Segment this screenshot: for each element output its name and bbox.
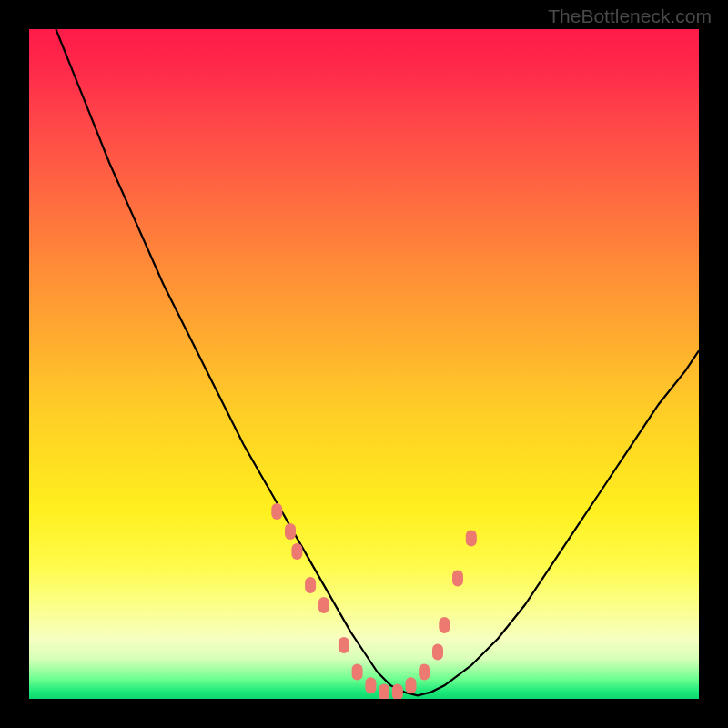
chart-svg — [29, 29, 699, 699]
marker-point — [439, 617, 450, 633]
marker-point — [318, 597, 329, 613]
marker-point — [291, 543, 302, 560]
marker-point — [339, 637, 349, 653]
marker-point — [466, 530, 477, 546]
chart-background — [29, 29, 699, 699]
bottleneck-curve-line — [56, 29, 699, 695]
attribution-label: TheBottleneck.com — [548, 5, 712, 27]
marker-point — [452, 571, 463, 587]
marker-point — [379, 684, 389, 699]
marker-point — [352, 664, 363, 681]
marker-point — [305, 577, 316, 593]
marker-point — [406, 677, 417, 693]
marker-point — [285, 523, 296, 540]
marker-point — [432, 644, 443, 661]
marker-point — [392, 684, 403, 699]
marker-point — [365, 677, 376, 693]
marker-point — [419, 664, 430, 681]
marker-point-group — [271, 503, 477, 699]
marker-point — [271, 503, 282, 520]
